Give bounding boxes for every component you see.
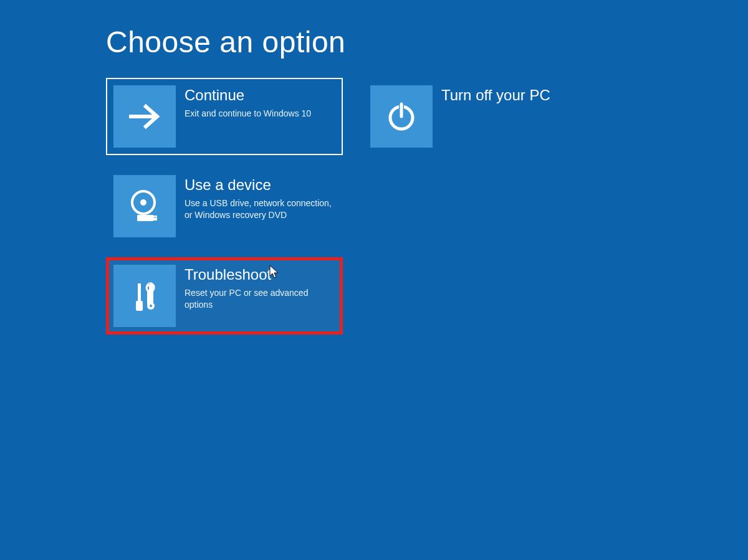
option-troubleshoot-desc: Reset your PC or see advanced options [185, 287, 334, 311]
option-turn-off[interactable]: Turn off your PC [363, 78, 600, 155]
svg-rect-7 [138, 283, 141, 301]
svg-point-11 [150, 305, 152, 307]
option-continue[interactable]: Continue Exit and continue to Windows 10 [106, 78, 343, 155]
options-grid: Continue Exit and continue to Windows 10 [106, 78, 748, 347]
option-troubleshoot-title: Troubleshoot [185, 266, 334, 283]
option-troubleshoot[interactable]: Troubleshoot Reset your PC or see advanc… [106, 257, 343, 335]
svg-point-2 [140, 199, 146, 206]
svg-rect-8 [136, 301, 143, 311]
disc-usb-icon [113, 175, 176, 237]
options-column-right: Turn off your PC [363, 78, 600, 347]
svg-rect-3 [137, 215, 153, 221]
tools-icon [113, 265, 176, 327]
options-column-left: Continue Exit and continue to Windows 10 [106, 78, 343, 347]
option-continue-desc: Exit and continue to Windows 10 [185, 108, 311, 120]
page-title: Choose an option [106, 25, 748, 59]
option-use-device[interactable]: Use a device Use a USB drive, network co… [106, 168, 343, 245]
power-icon [370, 85, 433, 148]
option-continue-title: Continue [185, 87, 311, 104]
option-use-device-title: Use a device [185, 176, 334, 194]
svg-rect-6 [156, 217, 157, 218]
option-use-device-text: Use a device Use a USB drive, network co… [185, 175, 334, 221]
arrow-right-icon [113, 85, 176, 148]
option-use-device-desc: Use a USB drive, network connection, or … [185, 197, 334, 221]
option-troubleshoot-text: Troubleshoot Reset your PC or see advanc… [185, 265, 334, 311]
svg-rect-5 [154, 217, 155, 218]
recovery-screen: Choose an option Continue Exit and conti… [0, 0, 748, 560]
svg-rect-4 [153, 216, 157, 221]
option-turn-off-text: Turn off your PC [441, 85, 550, 108]
option-turn-off-title: Turn off your PC [441, 87, 550, 104]
option-continue-text: Continue Exit and continue to Windows 10 [185, 85, 311, 120]
